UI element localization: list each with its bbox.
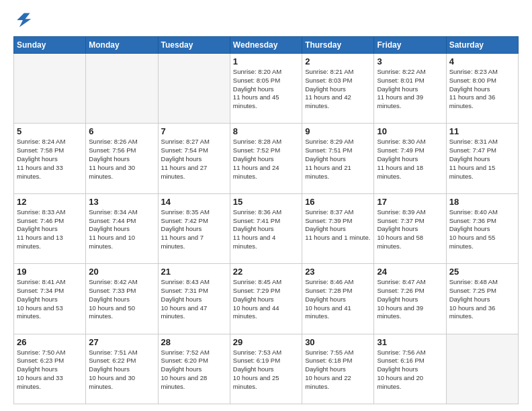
day-number: 16 (305, 197, 371, 207)
day-number: 21 (161, 267, 227, 277)
calendar-cell: 15Sunrise: 8:36 AMSunset: 7:41 PMDayligh… (230, 193, 302, 263)
day-number: 14 (161, 197, 227, 207)
day-info: Sunrise: 7:50 AMSunset: 6:23 PMDaylight … (17, 349, 83, 392)
weekday-header-saturday: Saturday (446, 37, 518, 54)
day-number: 22 (233, 267, 299, 277)
calendar-cell: 29Sunrise: 7:53 AMSunset: 6:19 PMDayligh… (230, 334, 302, 404)
calendar-cell: 23Sunrise: 8:46 AMSunset: 7:28 PMDayligh… (302, 264, 374, 334)
day-number: 3 (377, 56, 443, 66)
week-row-3: 12Sunrise: 8:33 AMSunset: 7:46 PMDayligh… (14, 193, 519, 263)
day-number: 13 (89, 197, 154, 207)
day-number: 18 (449, 197, 515, 207)
calendar-cell: 17Sunrise: 8:39 AMSunset: 7:37 PMDayligh… (374, 193, 446, 263)
day-info: Sunrise: 8:21 AMSunset: 8:03 PMDaylight … (305, 68, 371, 111)
calendar-cell: 18Sunrise: 8:40 AMSunset: 7:36 PMDayligh… (446, 193, 518, 263)
day-info: Sunrise: 8:45 AMSunset: 7:29 PMDaylight … (233, 278, 299, 321)
day-info: Sunrise: 8:43 AMSunset: 7:31 PMDaylight … (161, 278, 227, 321)
svg-marker-0 (17, 13, 31, 28)
calendar-cell: 8Sunrise: 8:28 AMSunset: 7:52 PMDaylight… (230, 124, 302, 193)
calendar-cell: 6Sunrise: 8:26 AMSunset: 7:56 PMDaylight… (86, 124, 158, 193)
day-number: 23 (305, 267, 371, 277)
day-number: 8 (233, 126, 299, 136)
weekday-header-tuesday: Tuesday (158, 37, 230, 54)
day-number: 1 (233, 56, 299, 66)
weekday-header-friday: Friday (374, 37, 446, 54)
day-info: Sunrise: 8:31 AMSunset: 7:47 PMDaylight … (449, 138, 515, 181)
day-info: Sunrise: 8:39 AMSunset: 7:37 PMDaylight … (377, 208, 443, 251)
day-number: 19 (17, 267, 83, 277)
calendar-cell: 16Sunrise: 8:37 AMSunset: 7:39 PMDayligh… (302, 193, 374, 263)
calendar-cell: 26Sunrise: 7:50 AMSunset: 6:23 PMDayligh… (14, 334, 86, 404)
day-number: 7 (161, 126, 227, 136)
calendar-cell: 12Sunrise: 8:33 AMSunset: 7:46 PMDayligh… (14, 193, 86, 263)
day-info: Sunrise: 8:23 AMSunset: 8:00 PMDaylight … (449, 68, 515, 111)
day-info: Sunrise: 8:42 AMSunset: 7:33 PMDaylight … (89, 278, 154, 321)
day-info: Sunrise: 7:53 AMSunset: 6:19 PMDaylight … (233, 349, 299, 392)
calendar-cell: 24Sunrise: 8:47 AMSunset: 7:26 PMDayligh… (374, 264, 446, 334)
day-info: Sunrise: 8:28 AMSunset: 7:52 PMDaylight … (233, 138, 299, 181)
day-info: Sunrise: 8:47 AMSunset: 7:26 PMDaylight … (377, 278, 443, 321)
day-number: 15 (233, 197, 299, 207)
day-number: 27 (89, 337, 154, 347)
day-info: Sunrise: 8:24 AMSunset: 7:58 PMDaylight … (17, 138, 83, 181)
day-number: 9 (305, 126, 371, 136)
logo-icon (13, 11, 32, 30)
day-info: Sunrise: 8:35 AMSunset: 7:42 PMDaylight … (161, 208, 227, 251)
day-number: 17 (377, 197, 443, 207)
calendar-cell: 19Sunrise: 8:41 AMSunset: 7:34 PMDayligh… (14, 264, 86, 334)
day-info: Sunrise: 8:48 AMSunset: 7:25 PMDaylight … (449, 278, 515, 321)
day-number: 31 (377, 337, 443, 347)
week-row-4: 19Sunrise: 8:41 AMSunset: 7:34 PMDayligh… (14, 264, 519, 334)
weekday-header-thursday: Thursday (302, 37, 374, 54)
calendar-cell (446, 334, 518, 404)
calendar-cell: 1Sunrise: 8:20 AMSunset: 8:05 PMDaylight… (230, 54, 302, 124)
day-info: Sunrise: 8:20 AMSunset: 8:05 PMDaylight … (233, 68, 299, 111)
day-info: Sunrise: 8:27 AMSunset: 7:54 PMDaylight … (161, 138, 227, 181)
day-number: 2 (305, 56, 371, 66)
calendar-cell: 7Sunrise: 8:27 AMSunset: 7:54 PMDaylight… (158, 124, 230, 193)
week-row-1: 1Sunrise: 8:20 AMSunset: 8:05 PMDaylight… (14, 54, 519, 124)
day-info: Sunrise: 7:55 AMSunset: 6:18 PMDaylight … (305, 349, 371, 392)
day-number: 10 (377, 126, 443, 136)
day-info: Sunrise: 7:52 AMSunset: 6:20 PMDaylight … (161, 349, 227, 392)
calendar-cell: 27Sunrise: 7:51 AMSunset: 6:22 PMDayligh… (86, 334, 158, 404)
day-info: Sunrise: 8:36 AMSunset: 7:41 PMDaylight … (233, 208, 299, 251)
weekday-header-monday: Monday (86, 37, 158, 54)
calendar-cell: 22Sunrise: 8:45 AMSunset: 7:29 PMDayligh… (230, 264, 302, 334)
calendar-cell: 14Sunrise: 8:35 AMSunset: 7:42 PMDayligh… (158, 193, 230, 263)
day-number: 28 (161, 337, 227, 347)
calendar-cell: 30Sunrise: 7:55 AMSunset: 6:18 PMDayligh… (302, 334, 374, 404)
calendar-cell: 4Sunrise: 8:23 AMSunset: 8:00 PMDaylight… (446, 54, 518, 124)
calendar-cell (86, 54, 158, 124)
day-info: Sunrise: 8:40 AMSunset: 7:36 PMDaylight … (449, 208, 515, 251)
calendar-cell: 3Sunrise: 8:22 AMSunset: 8:01 PMDaylight… (374, 54, 446, 124)
calendar-cell: 25Sunrise: 8:48 AMSunset: 7:25 PMDayligh… (446, 264, 518, 334)
day-info: Sunrise: 7:56 AMSunset: 6:16 PMDaylight … (377, 349, 443, 392)
weekday-header-row: SundayMondayTuesdayWednesdayThursdayFrid… (14, 37, 519, 54)
day-info: Sunrise: 7:51 AMSunset: 6:22 PMDaylight … (89, 349, 154, 392)
day-info: Sunrise: 8:30 AMSunset: 7:49 PMDaylight … (377, 138, 443, 181)
calendar-cell: 28Sunrise: 7:52 AMSunset: 6:20 PMDayligh… (158, 334, 230, 404)
day-number: 6 (89, 126, 154, 136)
day-info: Sunrise: 8:29 AMSunset: 7:51 PMDaylight … (305, 138, 371, 181)
day-number: 5 (17, 126, 83, 136)
calendar: SundayMondayTuesdayWednesdayThursdayFrid… (13, 36, 519, 404)
day-info: Sunrise: 8:22 AMSunset: 8:01 PMDaylight … (377, 68, 443, 111)
day-number: 30 (305, 337, 371, 347)
week-row-5: 26Sunrise: 7:50 AMSunset: 6:23 PMDayligh… (14, 334, 519, 404)
header (13, 11, 519, 30)
day-number: 26 (17, 337, 83, 347)
day-number: 4 (449, 56, 515, 66)
calendar-cell: 11Sunrise: 8:31 AMSunset: 7:47 PMDayligh… (446, 124, 518, 193)
weekday-header-wednesday: Wednesday (230, 37, 302, 54)
day-number: 24 (377, 267, 443, 277)
day-info: Sunrise: 8:34 AMSunset: 7:44 PMDaylight … (89, 208, 154, 251)
day-info: Sunrise: 8:33 AMSunset: 7:46 PMDaylight … (17, 208, 83, 251)
calendar-cell: 13Sunrise: 8:34 AMSunset: 7:44 PMDayligh… (86, 193, 158, 263)
day-info: Sunrise: 8:46 AMSunset: 7:28 PMDaylight … (305, 278, 371, 321)
day-number: 11 (449, 126, 515, 136)
calendar-cell: 10Sunrise: 8:30 AMSunset: 7:49 PMDayligh… (374, 124, 446, 193)
day-number: 29 (233, 337, 299, 347)
week-row-2: 5Sunrise: 8:24 AMSunset: 7:58 PMDaylight… (14, 124, 519, 193)
calendar-cell (158, 54, 230, 124)
